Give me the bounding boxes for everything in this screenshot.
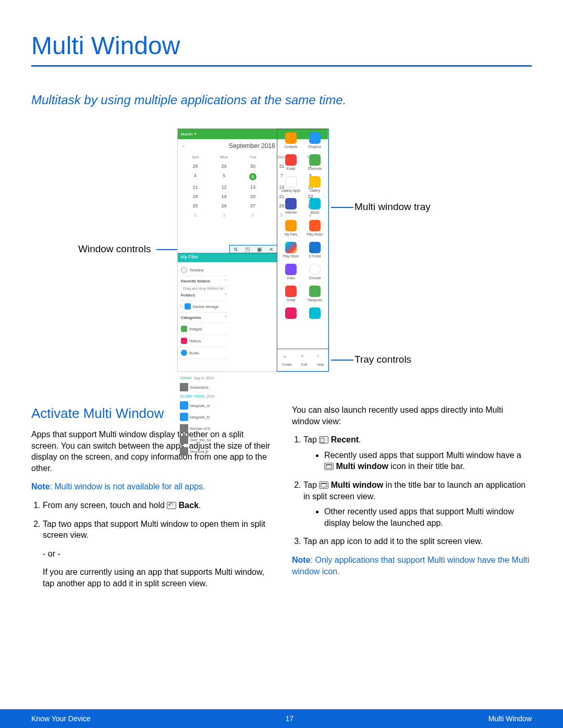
calendar-month-label: September 2016 bbox=[229, 142, 275, 150]
window-controls-bar: ⇅ ◳ ▣ ✕ bbox=[229, 245, 277, 253]
create-icon: ▭ bbox=[283, 354, 290, 362]
chevron-down-icon: ▾ bbox=[194, 132, 197, 136]
left-column: Activate Multi Window Apps that support … bbox=[31, 404, 271, 597]
step-item: Tap Recent. Recently used apps that supp… bbox=[303, 434, 532, 472]
month-dropdown: Month bbox=[181, 132, 192, 137]
or-separator: - or - bbox=[31, 548, 271, 560]
intro-paragraph: Apps that support Multi window display t… bbox=[31, 429, 271, 474]
step-item: Tap Multi window in the title bar to lau… bbox=[303, 479, 532, 528]
drag-icon: ◳ bbox=[245, 246, 250, 252]
files-titlebar: My Files bbox=[178, 253, 277, 262]
help-icon: ? bbox=[317, 354, 324, 362]
multi-window-tray: Contacts Dropbox Email Evernote Galaxy A… bbox=[277, 129, 329, 351]
body-columns: Activate Multi Window Apps that support … bbox=[31, 404, 532, 597]
step-item: Tap an app icon to add it to the split s… bbox=[303, 536, 532, 547]
clock-icon bbox=[181, 267, 187, 273]
swap-icon: ⇅ bbox=[234, 246, 238, 252]
intro-paragraph: You can also launch recently used apps d… bbox=[292, 404, 532, 427]
footer-left: Know Your Device bbox=[31, 714, 91, 723]
page-title: Multi Window bbox=[31, 31, 532, 60]
files-body: Timeline Favorite folders˄ Drag and drop… bbox=[178, 262, 277, 373]
video-icon bbox=[181, 338, 187, 344]
multi-window-icon bbox=[319, 482, 328, 489]
close-icon: ✕ bbox=[269, 246, 273, 252]
audio-icon bbox=[181, 350, 187, 356]
tray-controls-bar: ▭Create ✎Edit ?Help bbox=[277, 349, 329, 372]
label-tray-controls: Tray controls bbox=[354, 354, 411, 365]
alt-paragraph: If you are currently using an app that s… bbox=[31, 566, 271, 589]
label-multi-window-tray: Multi window tray bbox=[354, 201, 431, 213]
folder-icon bbox=[185, 303, 191, 310]
bullet-item: Other recently used apps that support Mu… bbox=[324, 506, 532, 528]
page-footer: Know Your Device 17 Multi Window bbox=[0, 709, 563, 728]
device-mock: Month ▾ ‹ September 2016 SunMonTueWedThu… bbox=[177, 128, 328, 372]
back-icon bbox=[167, 502, 176, 509]
diagram: Window controls Multi window tray Tray c… bbox=[31, 128, 532, 384]
bullet-item: Recently used apps that support Multi wi… bbox=[324, 450, 532, 472]
leader-line bbox=[331, 360, 353, 361]
step-item: Tap two apps that support Multi window t… bbox=[43, 519, 271, 541]
note-line: Note: Only applications that support Mul… bbox=[292, 554, 532, 577]
recent-icon bbox=[319, 436, 328, 443]
right-column: You can also launch recently used apps d… bbox=[292, 404, 532, 597]
image-icon bbox=[181, 326, 187, 332]
step-item: From any screen, touch and hold Back. bbox=[43, 500, 271, 511]
label-window-controls: Window controls bbox=[78, 243, 151, 255]
multi-window-icon bbox=[324, 463, 334, 470]
footer-right: Multi Window bbox=[488, 714, 532, 723]
footer-page-number: 17 bbox=[285, 714, 293, 723]
note-line: Note: Multi window is not available for … bbox=[31, 481, 271, 492]
section-heading: Activate Multi Window bbox=[31, 404, 271, 423]
maximize-icon: ▣ bbox=[257, 246, 262, 252]
chevron-left-icon: ‹ bbox=[183, 144, 185, 149]
leader-line bbox=[331, 207, 353, 208]
edit-icon: ✎ bbox=[301, 354, 308, 362]
page-subtitle: Multitask by using multiple applications… bbox=[31, 93, 532, 107]
title-rule bbox=[31, 65, 532, 67]
